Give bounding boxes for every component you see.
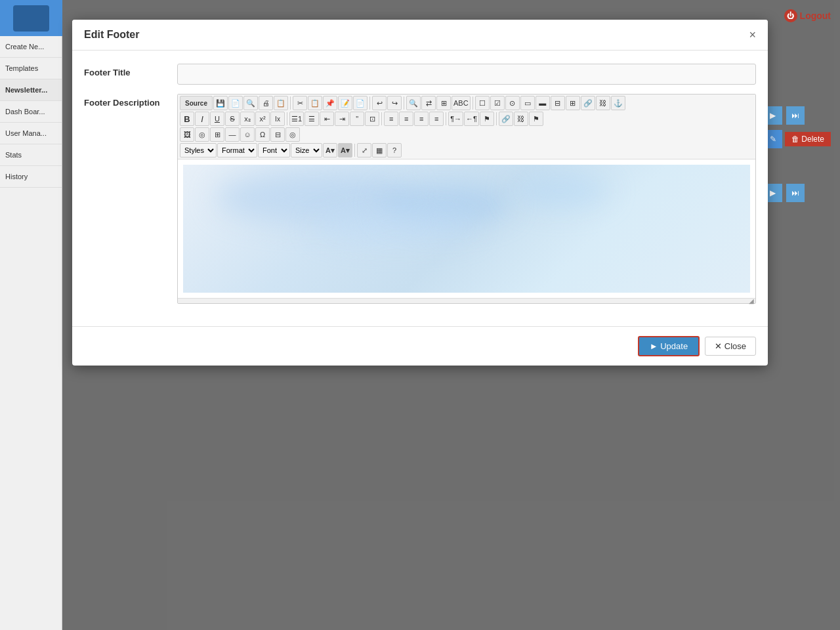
find-btn[interactable]: 🔍 — [406, 96, 421, 110]
footer-title-group: Footer Title — [84, 64, 756, 85]
blockquote-btn[interactable]: " — [350, 112, 364, 126]
showblocks-btn[interactable]: ▦ — [372, 143, 387, 158]
redo-btn[interactable]: ↪ — [387, 96, 402, 110]
new-btn[interactable]: 📄 — [228, 96, 243, 110]
separator-1 — [290, 96, 291, 110]
paste-word-btn[interactable]: 📄 — [353, 96, 368, 110]
font-select[interactable]: Font — [258, 143, 290, 158]
footer-desc-label: Footer Description — [84, 94, 169, 108]
template-btn[interactable]: 📋 — [274, 96, 288, 110]
subscript-btn[interactable]: x₂ — [240, 112, 255, 126]
bold-btn[interactable]: B — [180, 112, 194, 126]
maximize-btn[interactable]: ⤢ — [357, 143, 371, 158]
toolbar: Source 💾 📄 🔍 🖨 📋 ✂ 📋 📌 📝 📄 — [178, 94, 755, 159]
button-btn[interactable]: ⊞ — [566, 96, 580, 110]
table-btn[interactable]: ⊞ — [210, 127, 224, 142]
indent-btn[interactable]: ⇥ — [335, 112, 349, 126]
form-btn[interactable]: ☐ — [475, 96, 490, 110]
about-btn[interactable]: ? — [387, 143, 402, 158]
paste-text-btn[interactable]: 📝 — [338, 96, 352, 110]
footer-title-label: Footer Title — [84, 64, 169, 77]
italic-btn[interactable]: I — [195, 112, 209, 126]
textarea-btn[interactable]: ▬ — [536, 96, 550, 110]
creatediv-btn[interactable]: ⊡ — [365, 112, 379, 126]
modal-title: Edit Footer — [84, 29, 139, 41]
paste-btn[interactable]: 📌 — [323, 96, 337, 110]
replace-btn[interactable]: ⇄ — [421, 96, 436, 110]
modal-body: Footer Title Footer Description Source 💾… — [72, 51, 768, 326]
outdent-btn[interactable]: ⇤ — [320, 112, 334, 126]
separator-5 — [287, 112, 287, 125]
undo-btn[interactable]: ↩ — [372, 96, 387, 110]
modal-footer: ► Update ✕ Close — [72, 326, 768, 366]
language-btn[interactable]: ⚑ — [480, 112, 494, 126]
flash-btn[interactable]: ◎ — [195, 127, 209, 142]
special-btn[interactable]: Ω — [255, 127, 270, 142]
modal-header: Edit Footer × — [72, 20, 768, 51]
separator-9 — [354, 144, 355, 157]
separator-2 — [369, 96, 370, 110]
modal-backdrop: Edit Footer × Footer Title Footer Descri… — [0, 0, 840, 630]
ul-btn[interactable]: ☰ — [304, 112, 319, 126]
unlink-btn2[interactable]: ⛓ — [514, 112, 528, 126]
close-button[interactable]: ✕ Close — [705, 337, 756, 356]
checkbox-btn[interactable]: ☑ — [490, 96, 505, 110]
resize-icon: ◢ — [749, 297, 754, 304]
footer-title-input[interactable] — [177, 64, 756, 85]
editor-content-area[interactable] — [178, 159, 755, 298]
bgcolor-btn[interactable]: A▾ — [338, 143, 352, 158]
link-btn[interactable]: 🔗 — [581, 96, 595, 110]
select-btn[interactable]: ⊟ — [551, 96, 565, 110]
editor-resize-handle[interactable]: ◢ — [178, 298, 755, 303]
preview-btn[interactable]: 🔍 — [243, 96, 258, 110]
anchor-btn[interactable]: ⚓ — [611, 96, 625, 110]
size-select[interactable]: Size — [291, 143, 322, 158]
selectall-btn[interactable]: ⊞ — [436, 96, 451, 110]
superscript-btn[interactable]: x² — [255, 112, 270, 126]
ol-btn[interactable]: ☰1 — [289, 112, 304, 126]
fontcolor-btn[interactable]: A▾ — [323, 143, 337, 158]
radio-btn[interactable]: ⊙ — [505, 96, 520, 110]
aligncenter-btn[interactable]: ≡ — [399, 112, 413, 126]
toolbar-row-3: 🖼 ◎ ⊞ — ☺ Ω ⊟ ◎ — [180, 127, 753, 142]
toolbar-row-4: Styles Format Font Size A▾ — [180, 143, 753, 158]
format-select[interactable]: Format — [217, 143, 257, 158]
underline-btn[interactable]: U — [210, 112, 224, 126]
alignleft-btn[interactable]: ≡ — [384, 112, 398, 126]
alignjustify-btn[interactable]: ≡ — [429, 112, 444, 126]
styles-select[interactable]: Styles — [180, 143, 217, 158]
separator-3 — [404, 96, 404, 110]
print-btn[interactable]: 🖨 — [259, 96, 273, 110]
footer-desc-group: Footer Description Source 💾 📄 🔍 🖨 📋 — [84, 94, 756, 304]
edit-footer-modal: Edit Footer × Footer Title Footer Descri… — [72, 20, 768, 366]
update-button[interactable]: ► Update — [638, 336, 700, 356]
toolbar-row-2: B I U S x₂ x² Ix ☰1 ☰ ⇤ ⇥ " — [180, 112, 753, 126]
cut-btn[interactable]: ✂ — [293, 96, 307, 110]
link-btn2[interactable]: 🔗 — [499, 112, 513, 126]
pagebreak-btn[interactable]: ⊟ — [270, 127, 285, 142]
bidirtl-btn[interactable]: ←¶ — [464, 112, 479, 126]
modal-close-button[interactable]: × — [749, 29, 756, 41]
rich-text-editor: Source 💾 📄 🔍 🖨 📋 ✂ 📋 📌 📝 📄 — [177, 94, 756, 304]
strike-btn[interactable]: S — [225, 112, 240, 126]
unlink-btn[interactable]: ⛓ — [596, 96, 610, 110]
textfield-btn[interactable]: ▭ — [520, 96, 535, 110]
separator-6 — [381, 112, 382, 125]
separator-8 — [496, 112, 497, 125]
separator-4 — [472, 96, 473, 110]
separator-7 — [446, 112, 446, 125]
hr-btn[interactable]: — — [225, 127, 240, 142]
editor-content-blurred — [183, 165, 750, 293]
bidiltr-btn[interactable]: ¶→ — [448, 112, 463, 126]
alignright-btn[interactable]: ≡ — [414, 112, 429, 126]
image-btn[interactable]: 🖼 — [180, 127, 194, 142]
iframe-btn[interactable]: ◎ — [285, 127, 300, 142]
removeformat-btn[interactable]: Ix — [270, 112, 285, 126]
source-button[interactable]: Source — [180, 96, 213, 110]
toolbar-row-1: Source 💾 📄 🔍 🖨 📋 ✂ 📋 📌 📝 📄 — [180, 96, 753, 110]
smiley-btn[interactable]: ☺ — [240, 127, 255, 142]
save-btn[interactable]: 💾 — [213, 96, 228, 110]
flag-btn[interactable]: ⚑ — [529, 112, 543, 126]
copy-btn[interactable]: 📋 — [308, 96, 322, 110]
spellcheck-btn[interactable]: ABC — [452, 96, 471, 110]
